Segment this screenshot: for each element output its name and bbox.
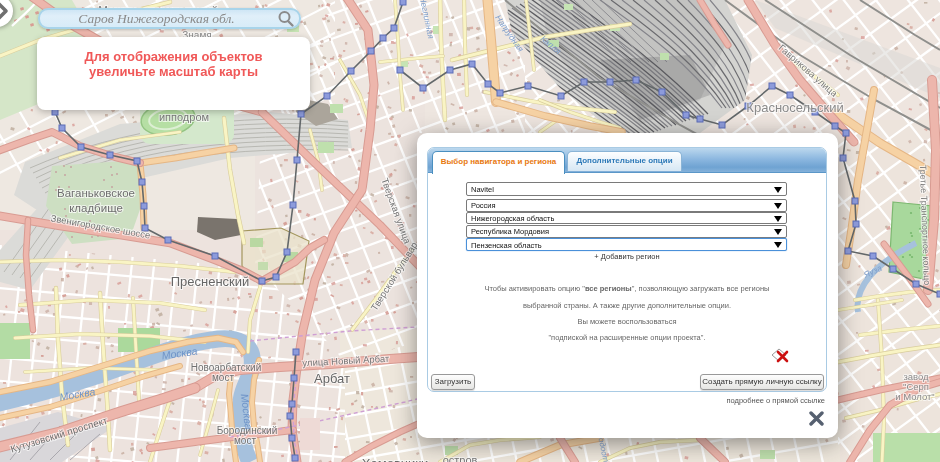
svg-text:Красносельский: Красносельский [746, 100, 843, 115]
svg-text:и Молот": и Молот" [895, 391, 935, 402]
svg-text:Ваганьковское: Ваганьковское [57, 187, 135, 199]
svg-text:мост: мост [212, 372, 234, 383]
svg-text:мост: мост [234, 435, 256, 446]
svg-text:ипподром: ипподром [159, 111, 209, 123]
svg-text:остров: остров [443, 454, 478, 462]
svg-text:Хамовники: Хамовники [362, 456, 428, 462]
svg-text:Пресненский: Пресненский [171, 274, 250, 289]
svg-text:Арбат: Арбат [314, 371, 350, 386]
svg-text:кладбище: кладбище [69, 202, 123, 214]
